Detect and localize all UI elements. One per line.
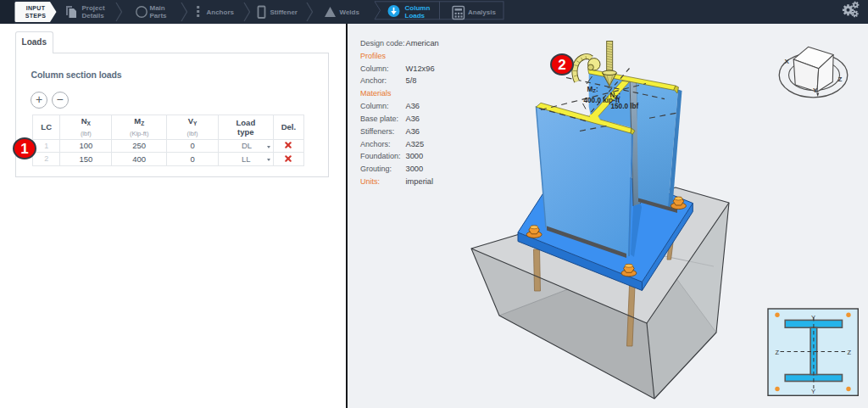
svg-text:Y: Y — [811, 314, 815, 321]
svg-text:Z: Z — [848, 349, 852, 356]
svg-text:Z: Z — [838, 75, 843, 83]
svg-text:MZ:: MZ: — [587, 86, 598, 94]
svg-text:Y: Y — [813, 87, 818, 94]
svg-text:150.0 lbf: 150.0 lbf — [611, 103, 639, 110]
svg-text:Z: Z — [776, 349, 780, 356]
svg-text:X: X — [785, 58, 790, 65]
svg-text:Y: Y — [811, 388, 815, 395]
